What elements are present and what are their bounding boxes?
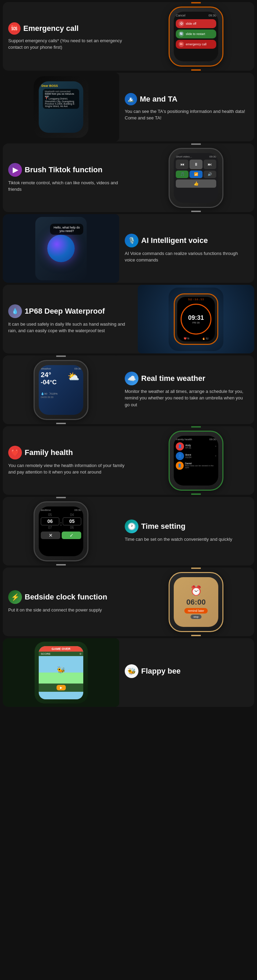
emergency-call-btn[interactable]: 🆘 emergency call [176, 40, 216, 49]
heart-icon: ❤️ [8, 446, 22, 460]
watch-frame: Cancel 09:30 ⏻ slide off 🔄 slide to rest… [168, 6, 224, 67]
remind-later-btn[interactable]: remind later [184, 608, 208, 614]
hello-text: Hello, what help doyou need? [50, 224, 83, 235]
watch-band-top-3 [56, 355, 66, 357]
watch-frame-2: Short video... 09:30 ⏮ ⏸ ⏭ 🎵 📶 🔊 👍 [168, 148, 224, 208]
watch-band-bottom [191, 69, 201, 71]
flappy-bee-title: 🐝 Flappy bee [125, 664, 249, 678]
volume-btn[interactable]: 🔊 [203, 170, 216, 178]
photo-content: Dear BOSS bluetooth not connected 600M f… [39, 81, 83, 113]
power-icon: ⏻ [179, 21, 184, 26]
sos-small-icon: 🆘 [179, 41, 184, 47]
game-play-btn[interactable]: ▶ [57, 685, 66, 690]
sos-screen: Cancel 09:30 ⏻ slide off 🔄 slide to rest… [174, 12, 218, 61]
me-and-ta-desc: You can see the TA's positioning informa… [125, 108, 249, 121]
dial-ring: 09:31 FRI 09 [181, 304, 211, 334]
me-and-ta-title: 🏔️ Me and TA [125, 93, 249, 105]
water-watch-image: 512 ↑ 3.6 ↓ 5.5 09:31 FRI 09 ❤️78 🔥 52 [138, 285, 254, 353]
game-footer: ▶ [39, 684, 83, 692]
time-cancel-btn[interactable]: ✕ [41, 531, 60, 539]
bedside-clock-title: ⚡ Bedside clock function [8, 590, 132, 604]
score-label: SCORE [41, 652, 50, 655]
game-character: 🐝 [57, 666, 65, 674]
waterproof-section: 💧 1P68 Deep Waterproof It can be used sa… [3, 285, 254, 353]
sos-icon: 🆘 [8, 22, 21, 35]
min-05: 05 [63, 517, 81, 526]
me-and-ta-text: 🏔️ Me and TA You can see the TA's positi… [119, 87, 254, 128]
music-btn[interactable]: 🎵 [176, 170, 189, 178]
andy-avatar: 👤 [176, 442, 184, 450]
watch-band-bottom-2 [191, 211, 201, 212]
short-video-watch-container: Short video... 09:30 ⏮ ⏸ ⏭ 🎵 📶 🔊 👍 [168, 143, 224, 212]
family-health-section: ❤️ Family health You can remotely view t… [3, 426, 254, 495]
ai-voice-title: 🎙️ AI Intelligent voice [125, 234, 249, 247]
water-watch-face: 512 ↑ 3.6 ↓ 5.5 09:31 FRI 09 ❤️78 🔥 52 [174, 293, 218, 345]
stop-btn[interactable]: stop [190, 614, 201, 619]
hour-05: 05 [41, 513, 59, 517]
watch-band-top-6 [191, 568, 201, 569]
family-watch-image: Family health 09:30 👤 Andy 07:21 › 👤 [138, 426, 254, 495]
slide-restart-btn[interactable]: 🔄 slide to restart [176, 30, 216, 38]
family-screen: Family health 09:30 👤 Andy 07:21 › 👤 [174, 436, 218, 485]
watch-frame-4: Family health 09:30 👤 Andy 07:21 › 👤 [168, 431, 224, 491]
family-member-andy: 👤 Andy 07:21 › [176, 442, 216, 450]
water-watch-frame: 512 ↑ 3.6 ↓ 5.5 09:31 FRI 09 ❤️78 🔥 52 [168, 288, 224, 351]
flappy-bee-section: 🐝 Flappy bee GAME OVER SCORE 0 🐝 ▶ [3, 638, 254, 707]
sun-cloud-icon: ⛅ [68, 371, 79, 382]
brush-tiktok-desc: Tiktok remote control, which can like no… [8, 180, 132, 193]
weather-screen: Weather 09:30 ⛅ 24° -04°C 💧90 🌬15% 04/09… [39, 365, 83, 415]
ai-voice-desc: AI Voice commands can realize various fu… [125, 250, 249, 264]
prev-btn[interactable]: ⏮ [176, 159, 189, 169]
restart-icon: 🔄 [179, 31, 184, 37]
brent-chevron: › [215, 454, 216, 457]
watch-band-top [191, 2, 201, 3]
sos-watch-container: Cancel 09:30 ⏻ slide off 🔄 slide to rest… [168, 2, 224, 71]
min-04: 04 [63, 513, 81, 517]
family-health-text: ❤️ Family health You can remotely view t… [3, 439, 138, 482]
game-score-row: SCORE 0 [39, 652, 83, 656]
watch-band-bottom-6 [191, 635, 201, 636]
slide-off-btn[interactable]: ⏻ slide off [176, 19, 216, 28]
bedside-watch-container: ⏰ 06:00 remind later stop [168, 568, 224, 636]
time-confirm-btn[interactable]: ✓ [62, 531, 81, 539]
time-setting-title: 🕐 Time setting [125, 520, 249, 533]
brush-tiktok-title: ▶ Brush Tiktok function [8, 163, 132, 177]
bedside-watch-image: ⏰ 06:00 remind later stop [138, 568, 254, 636]
watch-frame-3: Weather 09:30 ⛅ 24° -04°C 💧90 🌬15% 04/09… [33, 360, 89, 420]
time-scroll: 05 06 07 : 04 05 06 [41, 513, 81, 530]
time-setting-section: 🕐 Time setting Time can be set on the wa… [3, 497, 254, 565]
daniel-avatar: 👤 [176, 461, 184, 470]
bedside-screen: ⏰ 06:00 remind later stop [174, 577, 218, 627]
cc-controls: ⏮ ⏸ ⏭ [176, 159, 216, 169]
dear-boss-label: Dear BOSS [41, 84, 81, 88]
tiktok-icon: ▶ [8, 163, 22, 177]
flappy-bee-text: 🐝 Flappy bee [119, 658, 254, 687]
brent-avatar: 👤 [176, 452, 184, 460]
score-value: 0 [80, 652, 81, 655]
watch-dial: 512 ↑ 3.6 ↓ 5.5 09:31 FRI 09 ❤️78 🔥 52 [177, 297, 215, 341]
water-icon: 💧 [8, 304, 22, 318]
weather-header: Weather 09:30 [41, 367, 81, 370]
like-row: 👍 [176, 180, 216, 188]
photo-watch-image: Dear BOSS bluetooth not connected 600M f… [3, 73, 119, 142]
weather-desc: Monitor the weather at all times, arrang… [125, 388, 249, 408]
waterproof-desc: It can be used safely in daily life such… [8, 321, 132, 334]
weather-main: ⛅ 24° -04°C [41, 371, 81, 391]
game-play-area: 🐝 [39, 656, 83, 684]
emergency-call-title: 🆘 Emergency call [8, 22, 132, 35]
like-btn[interactable]: 👍 [176, 180, 216, 188]
watch-band-top-4 [191, 426, 201, 428]
minutes-col: 04 05 06 [63, 513, 81, 530]
control-center-screen: Short video... 09:30 ⏮ ⏸ ⏭ 🎵 📶 🔊 👍 [174, 153, 218, 203]
weather-section: ☁️ Real time weather Monitor the weather… [3, 355, 254, 424]
wifi-btn[interactable]: 📶 [189, 170, 202, 178]
emergency-call-text: 🆘 Emergency call Support emergency calls… [3, 16, 138, 57]
play-btn[interactable]: ⏸ [189, 159, 202, 169]
waterproof-title: 💧 1P68 Deep Waterproof [8, 304, 132, 318]
emergency-call-desc: Support emergency calls* (You need to se… [8, 37, 132, 51]
watch-frame-5: Bedtime 09:30 05 06 07 : 04 05 [33, 501, 89, 562]
family-watch-container: Family health 09:30 👤 Andy 07:21 › 👤 [168, 426, 224, 495]
next-btn[interactable]: ⏭ [203, 159, 216, 169]
watch-band-bottom-4 [191, 493, 201, 495]
family-header: Family health 09:30 [176, 438, 216, 441]
